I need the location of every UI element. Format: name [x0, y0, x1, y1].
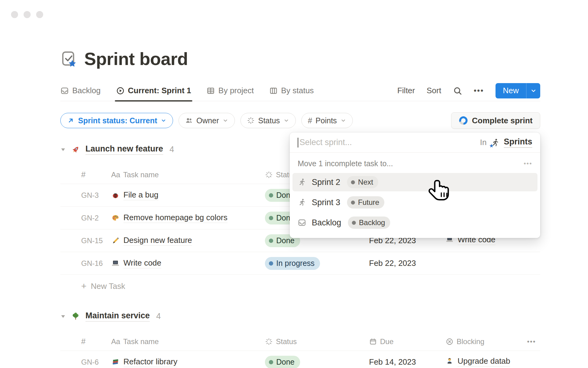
badge-dot — [352, 221, 356, 225]
check-star-icon — [60, 50, 77, 67]
spinner-icon — [265, 338, 273, 346]
chip-label: Owner — [196, 116, 219, 125]
star-icon: ★ — [489, 143, 494, 149]
text-caret — [298, 138, 298, 148]
status-dot — [269, 261, 273, 266]
chevron-down-icon — [530, 87, 537, 94]
popup-heading: Move 1 incomplete task to... ••• — [290, 156, 540, 171]
task-id: GN-15 — [81, 236, 111, 245]
filter-button[interactable]: Filter — [397, 86, 415, 95]
status-dot — [269, 360, 273, 364]
palette-icon — [111, 214, 120, 222]
new-split-button: New — [496, 83, 540, 98]
section-title[interactable]: Maintain service — [85, 311, 150, 322]
new-button-label: New — [503, 86, 519, 95]
spinner-icon — [247, 117, 255, 125]
tab-label: By project — [218, 86, 254, 95]
task-title-link[interactable]: Remove homepage bg colors — [123, 213, 228, 223]
filter-bar: Sprint status: Current Owner Status # Po — [60, 112, 540, 129]
collapse-triangle-icon[interactable] — [60, 314, 66, 319]
inbox-icon — [60, 86, 69, 95]
blocking-relation-link[interactable]: Upgrade datab — [446, 356, 510, 366]
runner-icon — [298, 178, 306, 186]
hash-icon: # — [308, 116, 312, 125]
option-label: Backlog — [312, 218, 341, 228]
popup-more-icon[interactable]: ••• — [524, 160, 532, 167]
column-more-icon[interactable]: ••• — [527, 338, 540, 346]
table-grid-icon — [206, 86, 215, 95]
sprint-status-badge: Next — [347, 176, 378, 188]
task-id: GN-6 — [81, 358, 111, 366]
view-tabbar: Backlog Current: Sprint 1 By project By … — [60, 80, 540, 101]
collapse-triangle-icon[interactable] — [60, 147, 66, 152]
window-dot[interactable] — [11, 11, 18, 18]
people-icon — [185, 117, 193, 125]
table-row[interactable]: GN-16 Write code In progress Feb 22, 202… — [60, 252, 540, 275]
pointer-cursor — [428, 178, 453, 207]
complete-sprint-button[interactable]: Complete sprint — [451, 112, 540, 129]
owner-filter-chip[interactable]: Owner — [179, 113, 235, 128]
window-dot[interactable] — [24, 11, 31, 18]
option-backlog[interactable]: Backlog Backlog — [292, 213, 537, 232]
table-header-row: # AaTask name Status Due Blocking ••• — [60, 332, 540, 351]
new-task-button[interactable]: + New Task — [60, 275, 540, 297]
blocking-icon — [446, 338, 454, 346]
blocking-column-header[interactable]: Blocking — [457, 337, 484, 346]
search-icon[interactable] — [453, 86, 462, 95]
task-title-link[interactable]: File a bug — [123, 190, 158, 200]
status-filter-chip[interactable]: Status — [240, 113, 296, 128]
due-date[interactable]: Feb 14, 2023 — [369, 357, 446, 367]
page-header: Sprint board — [60, 48, 188, 69]
sprints-database-link[interactable]: Sprints — [504, 137, 532, 148]
id-column-header[interactable]: # — [81, 170, 85, 179]
status-column-header[interactable]: Status — [276, 337, 297, 346]
technologist-icon — [446, 357, 454, 366]
plus-icon: + — [81, 282, 87, 291]
tab-backlog[interactable]: Backlog — [60, 80, 101, 101]
tab-by-project[interactable]: By project — [206, 80, 254, 101]
status-badge[interactable]: Done — [265, 356, 300, 368]
name-column-header[interactable]: Task name — [123, 337, 159, 346]
chip-label: Points — [315, 116, 337, 125]
tab-by-status[interactable]: By status — [269, 80, 314, 101]
tab-current-sprint[interactable]: Current: Sprint 1 — [116, 80, 191, 101]
pen-icon — [111, 236, 120, 245]
new-dropdown-button[interactable] — [526, 83, 540, 98]
tab-label: By status — [281, 86, 314, 95]
more-options-icon[interactable]: ••• — [474, 86, 484, 95]
task-title-link[interactable]: Design new feature — [123, 236, 192, 246]
chevron-down-icon — [222, 117, 228, 124]
task-title-link[interactable]: Refactor library — [123, 357, 177, 367]
badge-dot — [351, 180, 355, 184]
move-sprint-popup: Select sprint... In ★ Sprints Move 1 inc… — [290, 132, 540, 238]
task-title-link[interactable]: Write code — [123, 258, 161, 268]
table-row[interactable]: GN-6 Refactor library Done Feb 14, 2023 — [60, 351, 540, 368]
tree-icon — [71, 312, 80, 321]
name-column-header[interactable]: Task name — [123, 171, 159, 179]
new-button[interactable]: New — [496, 83, 526, 98]
sprint-status-filter-chip[interactable]: Sprint status: Current — [60, 113, 173, 128]
window-controls — [11, 11, 43, 18]
window-dot[interactable] — [36, 11, 43, 18]
tab-label: Current: Sprint 1 — [128, 86, 191, 95]
badge-dot — [351, 201, 355, 205]
section-count: 4 — [156, 312, 161, 321]
play-circle-icon — [116, 86, 125, 95]
points-filter-chip[interactable]: # Points — [301, 113, 353, 128]
sprint-status-badge: Backlog — [348, 217, 390, 229]
section-title[interactable]: Launch new feature — [85, 144, 163, 155]
status-badge[interactable]: In progress — [265, 257, 320, 270]
chip-label: Status — [258, 116, 280, 125]
inbox-icon — [298, 218, 306, 227]
task-id: GN-16 — [81, 259, 111, 268]
option-sprint-2[interactable]: Sprint 2 Next — [292, 173, 537, 191]
id-column-header[interactable]: # — [81, 337, 85, 346]
chip-label: Sprint status: Current — [78, 116, 157, 125]
page-title: Sprint board — [84, 48, 188, 69]
ladybug-icon — [111, 191, 120, 200]
option-sprint-3[interactable]: Sprint 3 Future — [292, 193, 537, 212]
due-column-header[interactable]: Due — [380, 337, 394, 346]
sprint-search-input[interactable]: Select sprint... In ★ Sprints — [290, 132, 540, 153]
sort-button[interactable]: Sort — [427, 86, 441, 95]
due-date[interactable]: Feb 22, 2023 — [369, 259, 446, 268]
